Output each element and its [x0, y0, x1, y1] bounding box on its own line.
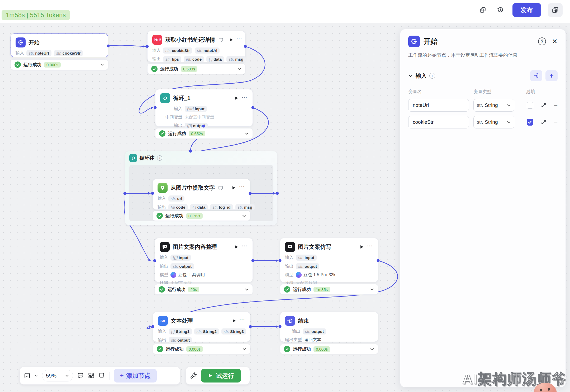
chevron-down-icon	[507, 120, 511, 124]
runtime-badge: 1m58s | 5515 Tokens	[2, 10, 70, 20]
chevron-down-icon[interactable]	[237, 67, 241, 71]
chevron-down-icon[interactable]	[245, 287, 249, 291]
chevron-down-icon[interactable]	[370, 287, 374, 291]
row-label: 输入	[158, 196, 166, 201]
node-xhs-detail[interactable]: 小红书 获取小红书笔记详情 ⋯ 输入 str.cookieStr str.not…	[147, 31, 245, 62]
variable-name-input[interactable]	[408, 99, 469, 112]
chevron-down-icon[interactable]	[370, 347, 374, 351]
node-title: 图片文案内容整理	[173, 243, 217, 251]
run-status-bar[interactable]: 运行成功 20s	[155, 284, 253, 295]
chevron-down-icon[interactable]	[245, 131, 249, 136]
variable-name-input[interactable]	[408, 116, 469, 128]
add-variable-button[interactable]: +	[545, 70, 558, 81]
node-start[interactable]: 开始 输入 str.noteUrl str.cookieStr	[11, 34, 108, 57]
node-title: 从图片中提取文字	[170, 184, 215, 192]
history-icon[interactable]	[495, 5, 506, 15]
run-node-button[interactable]	[232, 186, 236, 190]
run-status-bar[interactable]: 运行成功 0.000s	[153, 344, 250, 354]
more-button[interactable]: ⋯	[367, 243, 373, 251]
plugin-icon	[218, 185, 223, 190]
required-checkbox[interactable]	[527, 102, 533, 109]
run-status-bar[interactable]: 运行成功 0.000s	[280, 344, 378, 354]
run-status-bar[interactable]: 运行成功 0.652s	[155, 128, 253, 139]
run-node-button[interactable]	[232, 319, 236, 323]
node-title: 图片文案仿写	[298, 243, 331, 251]
required-checkbox[interactable]	[527, 119, 533, 126]
node-text-process[interactable]: Str 文本处理 ⋯ 输入 { }String1 str.String2 str…	[153, 312, 250, 342]
row-label: 输出	[285, 264, 293, 269]
expand-icon[interactable]	[541, 102, 547, 108]
node-llm-imitate[interactable]: 图片文案仿写 ⋯ 输入 str.input 输出 str.output 模型 豆…	[280, 238, 378, 282]
chevron-down-icon[interactable]	[242, 347, 246, 351]
canvas-toolbar: 59% +添加节点	[20, 367, 180, 385]
run-status-bar[interactable]: 运行成功 1m35s	[280, 284, 378, 295]
more-button[interactable]: ⋯	[241, 243, 248, 251]
import-variables-button[interactable]	[530, 70, 542, 81]
node-config-panel: 开始 ? ✕ 工作流的起始节点，用于设定启动工作流需要的信息 输入 i + 变量…	[400, 29, 566, 387]
add-node-button[interactable]: +添加节点	[114, 369, 157, 383]
variable-type-select[interactable]: str.String	[473, 99, 514, 112]
param-badge: [{}]output	[185, 123, 208, 129]
zoom-select[interactable]: 59%	[42, 370, 73, 381]
node-loop[interactable]: 循环_1 ⋯ 输入 [str]input 中间变量 未配置中间变量 输出 [{}…	[155, 89, 253, 127]
status-text: 运行成功	[293, 286, 311, 293]
run-status-bar[interactable]: 运行成功 0.583s	[147, 64, 245, 74]
row-label: 模型	[160, 272, 168, 278]
wrench-icon[interactable]	[190, 372, 197, 379]
select-mode-icon[interactable]	[99, 372, 106, 379]
node-end[interactable]: 结束 输出 str.output 输出类型 返回文本	[280, 312, 378, 342]
loop-icon	[160, 93, 170, 103]
close-icon[interactable]: ✕	[552, 37, 558, 46]
run-status-bar[interactable]: 运行成功 0.000s	[11, 59, 108, 70]
chevron-down-icon	[65, 374, 69, 378]
test-run-button[interactable]: 试运行	[201, 369, 241, 383]
param-badge: [str]input	[185, 106, 207, 112]
param-badge: str.log_id	[210, 204, 233, 210]
status-text: 运行成功	[293, 346, 311, 352]
copy-icon[interactable]	[478, 5, 488, 15]
plugin-icon	[218, 37, 223, 42]
variable-type-select[interactable]: str.String	[473, 116, 514, 128]
end-icon	[285, 316, 295, 326]
run-node-button[interactable]	[360, 245, 364, 249]
row-label: 输入	[158, 329, 166, 334]
model-value: 豆包·工具调用	[170, 272, 205, 278]
remove-variable-icon[interactable]: −	[554, 119, 558, 125]
more-button[interactable]: ⋯	[239, 317, 245, 325]
run-node-button[interactable]	[234, 245, 239, 249]
remove-variable-icon[interactable]: −	[554, 102, 558, 108]
zoom-level: 59%	[46, 373, 56, 379]
expand-icon[interactable]	[541, 119, 547, 125]
node-llm-organize[interactable]: 图片文案内容整理 ⋯ 输入 [{}]input 输出 str.output 模型…	[155, 238, 253, 282]
help-icon[interactable]: ?	[538, 37, 546, 45]
workflow-editor: 循环体 i 开始 输入 str.noteUrl str.cookieStr 运行…	[0, 0, 570, 392]
run-status-bar[interactable]: 运行成功 0.192s	[153, 211, 250, 221]
collapse-chevron-icon[interactable]	[408, 73, 413, 78]
node-extract-text[interactable]: 从图片中提取文字 ⋯ 输入 str.url 输出 №code { }data s…	[153, 179, 250, 210]
start-icon	[16, 37, 26, 47]
chevron-down-icon[interactable]	[100, 63, 104, 67]
run-node-button[interactable]	[234, 96, 239, 100]
comment-icon[interactable]	[77, 372, 84, 379]
minimap-icon[interactable]	[24, 372, 30, 379]
more-button[interactable]: ⋯	[236, 36, 243, 44]
param-badge: { }data	[190, 204, 208, 210]
node-title: 结束	[298, 317, 309, 324]
publish-button[interactable]: 发布	[512, 3, 541, 17]
open-panel-icon[interactable]	[548, 3, 563, 17]
param-badge: str.msg	[235, 204, 255, 210]
success-icon	[284, 346, 290, 352]
success-icon	[284, 286, 290, 293]
column-header: 变量名	[408, 89, 473, 95]
param-badge: str.input	[296, 255, 317, 261]
chevron-down-icon	[507, 103, 511, 107]
status-text: 运行成功	[168, 131, 186, 137]
minimap-chevron-icon[interactable]	[34, 374, 38, 377]
row-label: 输入	[285, 255, 293, 260]
chevron-down-icon[interactable]	[242, 214, 246, 218]
run-node-button[interactable]	[229, 38, 233, 42]
auto-layout-icon[interactable]	[88, 372, 95, 379]
more-button[interactable]: ⋯	[241, 94, 248, 102]
param-badge: str.String3	[221, 328, 246, 334]
more-button[interactable]: ⋯	[239, 184, 245, 192]
